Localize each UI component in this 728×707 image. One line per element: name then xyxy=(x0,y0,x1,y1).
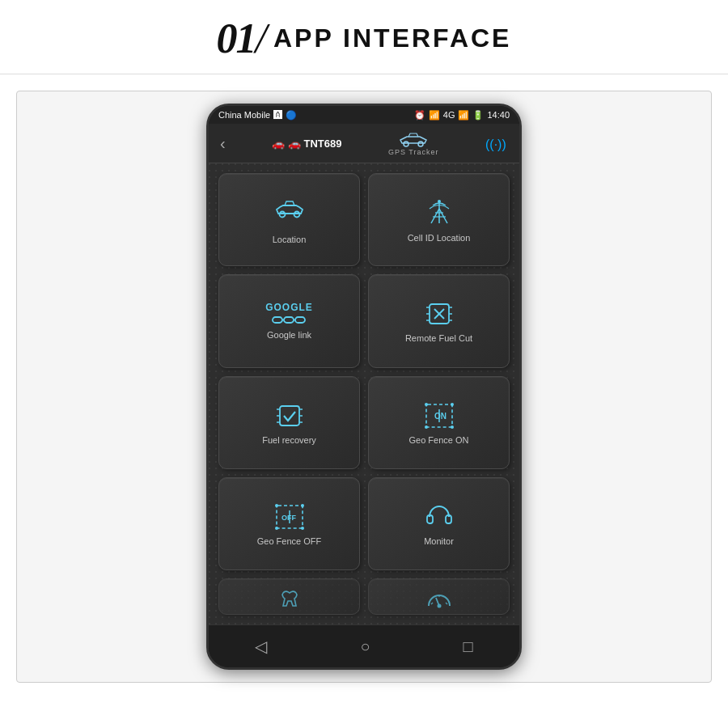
svg-point-34 xyxy=(425,403,428,406)
fuel-recovery-icon xyxy=(275,401,304,430)
svg-rect-12 xyxy=(273,317,282,323)
geo-fence-on-icon: ON xyxy=(423,401,455,430)
remote-fuel-cut-label: Remote Fuel Cut xyxy=(405,333,472,344)
svg-point-42 xyxy=(301,504,304,507)
google-link-icon: GOOGLE xyxy=(265,303,313,325)
device-id: 🚗 TNT689 xyxy=(288,138,342,150)
remote-fuel-cut-button[interactable]: Remote Fuel Cut xyxy=(368,274,510,367)
location-label: Location xyxy=(273,235,307,245)
status-bar-right: ⏰ 📶 4G 📶 🔋 14:40 xyxy=(414,110,510,121)
button-10[interactable] xyxy=(368,578,510,615)
button-10-icon xyxy=(425,588,454,611)
fuel-cut-icon xyxy=(425,299,454,328)
monitor-label: Monitor xyxy=(424,536,454,547)
svg-point-44 xyxy=(301,527,304,530)
monitor-icon xyxy=(425,502,454,531)
device-name-label: 🚗 🚗 TNT689 xyxy=(272,138,341,150)
gps-logo: GPS Tracker xyxy=(388,130,439,156)
cell-id-location-button[interactable]: Cell ID Location xyxy=(368,173,510,266)
svg-line-51 xyxy=(431,603,433,604)
google-text: GOOGLE xyxy=(265,303,313,312)
location-button[interactable]: Location xyxy=(218,173,360,266)
car-logo-svg xyxy=(397,130,430,148)
cell-id-label: Cell ID Location xyxy=(408,233,471,243)
app-header: ‹ 🚗 🚗 TNT689 GPS Tracker ((·)) xyxy=(209,124,519,163)
svg-text:((·)): ((·)) xyxy=(485,138,506,151)
svg-point-4 xyxy=(294,212,299,218)
svg-line-52 xyxy=(446,603,447,604)
svg-point-0 xyxy=(404,142,408,146)
nav-home-button[interactable]: ○ xyxy=(344,634,386,659)
status-icon-1: 🅰 xyxy=(273,110,282,120)
network-label: 4G xyxy=(443,110,455,120)
button-9[interactable] xyxy=(218,578,360,615)
svg-point-1 xyxy=(418,142,423,146)
status-bar: China Mobile 🅰 🔵 ⏰ 📶 4G 📶 🔋 14:40 xyxy=(209,106,519,124)
signal-svg: ((·)) xyxy=(485,134,508,152)
svg-point-41 xyxy=(275,504,278,507)
svg-point-3 xyxy=(279,212,285,218)
nav-back-button[interactable]: ◁ xyxy=(239,633,283,659)
slash-decoration: / xyxy=(256,15,267,62)
phone-mockup: China Mobile 🅰 🔵 ⏰ 📶 4G 📶 🔋 14:40 ‹ 🚗 🚗 … xyxy=(206,104,522,670)
battery-icon: 🔋 xyxy=(472,110,484,121)
bottom-navigation: ◁ ○ □ xyxy=(209,624,519,667)
geo-fence-off-label: Geo Fence OFF xyxy=(257,536,321,547)
svg-rect-15 xyxy=(295,317,305,323)
fuel-recovery-label: Fuel recovery xyxy=(262,435,316,446)
geo-fence-off-button[interactable]: OFF Geo Fence OFF xyxy=(218,477,360,570)
status-icon-2: 🔵 xyxy=(286,110,297,121)
wifi-icon: 📶 xyxy=(429,110,440,121)
geo-fence-on-label: Geo Fence ON xyxy=(409,435,469,446)
svg-point-11 xyxy=(438,200,441,203)
svg-rect-13 xyxy=(284,317,294,323)
monitor-button[interactable]: Monitor xyxy=(368,477,510,570)
button-9-icon xyxy=(275,588,304,611)
svg-point-36 xyxy=(425,425,428,429)
google-link-button[interactable]: GOOGLE Google link xyxy=(218,274,360,367)
fuel-recovery-button[interactable]: Fuel recovery xyxy=(218,376,360,469)
svg-text:ON: ON xyxy=(434,412,447,421)
section-title: APP INTERFACE xyxy=(273,23,511,53)
page-header: 01/ APP INTERFACE xyxy=(0,0,728,74)
geo-fence-off-icon: OFF xyxy=(273,502,306,531)
signal-strength-icon: ((·)) xyxy=(485,134,508,152)
signal-icon: 📶 xyxy=(458,110,469,121)
car-icon: 🚗 xyxy=(272,138,285,150)
google-link-label: Google link xyxy=(267,330,311,341)
alarm-icon: ⏰ xyxy=(414,110,425,121)
time-label: 14:40 xyxy=(487,110,510,120)
cell-tower-icon xyxy=(425,197,454,228)
nav-recent-button[interactable]: □ xyxy=(447,634,489,659)
gps-logo-text: GPS Tracker xyxy=(388,148,439,156)
svg-point-50 xyxy=(437,604,441,608)
svg-rect-26 xyxy=(280,406,299,425)
status-bar-left: China Mobile 🅰 🔵 xyxy=(218,110,297,121)
svg-line-8 xyxy=(439,209,447,223)
svg-point-35 xyxy=(451,403,454,406)
section-number: 01 xyxy=(217,18,256,60)
content-frame: China Mobile 🅰 🔵 ⏰ 📶 4G 📶 🔋 14:40 ‹ 🚗 🚗 … xyxy=(16,91,712,683)
svg-point-37 xyxy=(451,425,454,429)
location-icon xyxy=(275,196,304,230)
back-button[interactable]: ‹ xyxy=(220,134,226,153)
geo-fence-on-button[interactable]: ON Geo Fence ON xyxy=(368,376,510,469)
carrier-label: China Mobile xyxy=(218,110,270,120)
svg-text:OFF: OFF xyxy=(281,514,296,522)
app-grid: Location xyxy=(209,163,519,624)
svg-point-43 xyxy=(275,527,278,530)
svg-line-7 xyxy=(431,209,439,223)
